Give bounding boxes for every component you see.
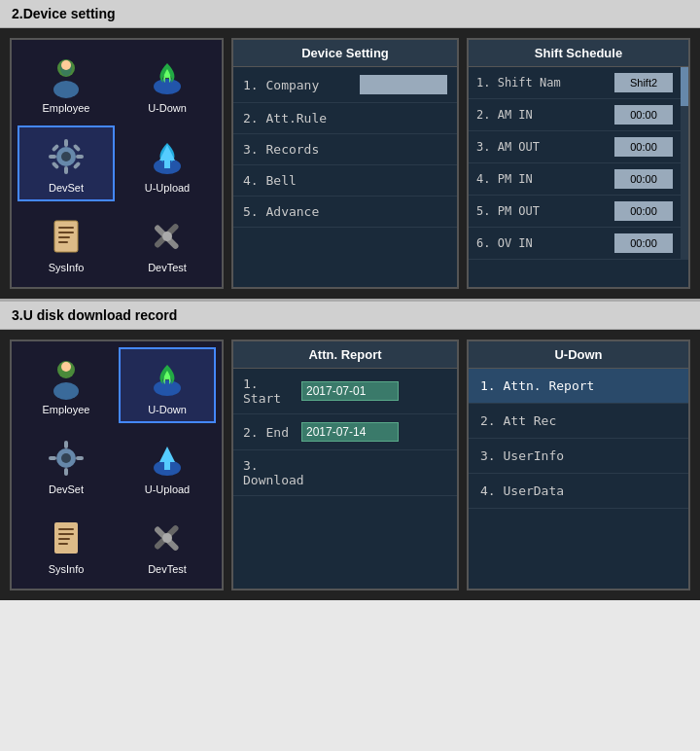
scroll-thumb[interactable] (681, 67, 688, 106)
svg-rect-22 (58, 241, 68, 243)
svg-point-27 (61, 362, 71, 372)
svg-point-25 (162, 232, 172, 241)
svg-rect-34 (49, 456, 56, 460)
menu-attrule[interactable]: 2. Att.Rule (233, 103, 457, 134)
icon-devtest-label: DevTest (148, 262, 187, 273)
company-input[interactable] (360, 75, 447, 94)
icon-uupload-label: U-Upload (145, 182, 190, 194)
svg-rect-11 (52, 144, 59, 152)
attn-start-label: 1. Start (243, 376, 301, 406)
icon-uupload2-label: U-Upload (145, 483, 190, 495)
svg-rect-33 (64, 468, 68, 476)
svg-point-31 (61, 453, 71, 463)
shift-schedule-panel: Shift Schedule 1. Shift Nam 2. AM IN 3. … (467, 38, 690, 289)
icon-devtest2-label: DevTest (148, 563, 187, 575)
icon-devset2-label: DevSet (49, 483, 84, 495)
pm-out-input[interactable] (614, 201, 673, 221)
pm-in-label: 4. PM IN (476, 172, 614, 186)
attn-download-row[interactable]: 3. Download (233, 450, 457, 496)
svg-rect-10 (76, 155, 84, 159)
icon-devtest2[interactable]: DevTest (119, 507, 216, 583)
svg-rect-8 (64, 166, 68, 174)
menu-advance-label: 5. Advance (243, 204, 447, 219)
person-icon-2 (43, 355, 89, 402)
gear-icon (43, 133, 89, 180)
menu-attrule-label: 2. Att.Rule (243, 111, 447, 125)
am-out-label: 3. AM OUT (476, 140, 614, 154)
udown-attn-report[interactable]: 1. Attn. Report (469, 369, 688, 404)
pm-in-input[interactable] (614, 169, 673, 189)
svg-point-3 (53, 81, 79, 98)
svg-rect-35 (76, 456, 84, 460)
pm-out-label: 5. PM OUT (476, 204, 614, 218)
svg-point-2 (61, 60, 71, 70)
svg-rect-16 (164, 159, 170, 168)
attn-download-label: 3. Download (243, 458, 301, 487)
svg-point-28 (53, 382, 79, 400)
attn-start-input[interactable] (301, 381, 399, 401)
svg-rect-14 (73, 161, 81, 169)
udown-attn-report-label: 1. Attn. Report (480, 378, 594, 393)
tools-icon-2 (144, 515, 191, 561)
shift-row-4: 4. PM IN (469, 163, 681, 196)
shift-row-5: 5. PM OUT (469, 196, 681, 228)
am-out-input[interactable] (614, 137, 673, 157)
section2-icon-panel: Employee U-Down (10, 340, 224, 590)
device-setting-title: Device Setting (233, 40, 457, 67)
udown-userdata[interactable]: 4. UserData (469, 474, 688, 509)
icon-sysinfo2-label: SysInfo (49, 563, 85, 575)
svg-rect-21 (58, 236, 70, 238)
svg-rect-40 (58, 533, 74, 535)
svg-rect-41 (58, 538, 70, 540)
icon-sysinfo2[interactable]: SysInfo (18, 507, 115, 583)
udown-userinfo-label: 3. UserInfo (480, 448, 564, 463)
icon-devset[interactable]: DevSet (18, 125, 115, 201)
svg-rect-19 (58, 227, 74, 229)
icon-uupload2[interactable]: U-Upload (119, 427, 216, 503)
icon-devset2[interactable]: DevSet (18, 427, 115, 503)
svg-point-4 (154, 79, 181, 94)
am-in-input[interactable] (614, 105, 673, 125)
icon-uupload[interactable]: U-Upload (119, 125, 216, 201)
icon-sysinfo[interactable]: SysInfo (18, 205, 115, 281)
attn-report-panel: Attn. Report 1. Start 2. End 3. Download (231, 340, 459, 590)
udown-userinfo[interactable]: 3. UserInfo (469, 439, 688, 474)
svg-rect-32 (64, 441, 68, 448)
icon-sysinfo-label: SysInfo (49, 262, 85, 273)
menu-bell-label: 4. Bell (243, 173, 447, 188)
svg-rect-13 (52, 161, 59, 169)
tools-icon (144, 213, 191, 260)
scroll-track[interactable] (681, 67, 688, 260)
upload-icon (144, 133, 191, 180)
icon-employee2-label: Employee (43, 404, 90, 415)
svg-rect-42 (58, 543, 68, 545)
upload-icon-2 (144, 435, 191, 482)
section2-content: Employee U-Down (0, 330, 700, 600)
shift-name-input[interactable] (614, 73, 673, 92)
icon-employee2[interactable]: Employee (18, 347, 115, 423)
flame-icon (144, 54, 191, 100)
icon-udown2[interactable]: U-Down (119, 347, 216, 423)
section1-header: 2.Device setting (0, 0, 700, 28)
menu-bell[interactable]: 4. Bell (233, 165, 457, 197)
svg-point-6 (61, 152, 71, 161)
ov-in-input[interactable] (614, 233, 673, 253)
person-icon (43, 54, 89, 100)
icon-devset-label: DevSet (49, 182, 84, 194)
icon-udown[interactable]: U-Down (119, 46, 216, 122)
menu-advance[interactable]: 5. Advance (233, 197, 457, 228)
udown-panel: U-Down 1. Attn. Report 2. Att Rec 3. Use… (467, 340, 690, 590)
udown-att-rec[interactable]: 2. Att Rec (469, 404, 688, 439)
svg-rect-7 (64, 139, 68, 147)
icon-employee[interactable]: Employee (18, 46, 115, 122)
svg-point-45 (162, 533, 172, 543)
icon-devtest[interactable]: DevTest (119, 205, 216, 281)
svg-rect-12 (73, 144, 81, 152)
menu-company[interactable]: 1. Company (233, 67, 457, 103)
gear-icon-2 (43, 435, 89, 482)
menu-records[interactable]: 3. Records (233, 134, 457, 165)
udown-title: U-Down (469, 341, 688, 369)
icon-udown-label: U-Down (148, 102, 187, 114)
svg-rect-39 (58, 528, 74, 530)
attn-end-input[interactable] (301, 422, 399, 442)
